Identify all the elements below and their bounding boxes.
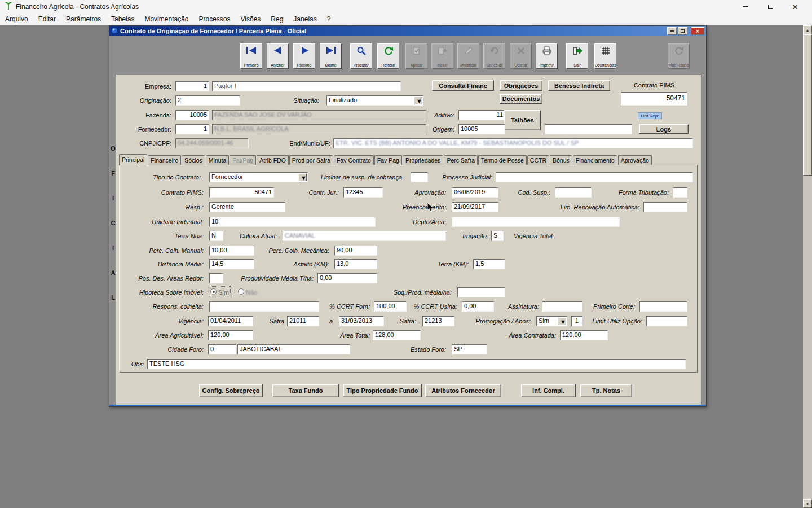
talhoes-button[interactable]: Talhões [504, 110, 541, 130]
aprovacao-field[interactable]: 06/06/2019 [452, 187, 498, 198]
contr-jur-field[interactable]: 12345 [343, 187, 383, 198]
tab-prod-por-safra[interactable]: Prod por Safra [289, 155, 333, 165]
soq-prod-media-field[interactable] [457, 287, 505, 297]
tab-principal[interactable]: Principal [119, 154, 147, 165]
depto-area-field[interactable] [452, 217, 620, 227]
prorrogacao-combo[interactable]: Sim▼ [536, 316, 567, 326]
tipo-contrato-combo[interactable]: Fornecedor▼ [209, 172, 308, 182]
toolbar-proximo-button[interactable]: Próximo [293, 43, 315, 69]
situacao-combo[interactable]: Finalizado▼ [326, 95, 423, 106]
toolbar-imprimir-button[interactable]: Imprimir [536, 43, 558, 69]
taxa-fundo-button[interactable]: Taxa Fundo [272, 384, 339, 397]
tab-financiamento[interactable]: Financiamento [573, 155, 617, 165]
hipoteca-sim-option[interactable]: Sim [209, 287, 230, 297]
fornecedor-code-field[interactable]: 1 [175, 124, 209, 134]
menu-editar[interactable]: Editar [33, 14, 61, 24]
safra1-field[interactable]: 21011 [287, 316, 319, 326]
chevron-down-icon[interactable]: ▼ [298, 173, 307, 181]
toolbar-refresh-button[interactable]: Refresh [377, 43, 399, 69]
estado-foro-field[interactable]: SP [452, 344, 487, 354]
irrigacao-field[interactable]: S [491, 231, 504, 241]
menu-reg[interactable]: Reg [266, 14, 288, 24]
pos-des-areas-field[interactable] [209, 273, 223, 283]
chevron-down-icon[interactable]: ▼ [558, 317, 566, 325]
benesse-indireta-button[interactable]: Benesse Indireta [548, 80, 610, 91]
tab-fav-pag[interactable]: Fav Pag [374, 155, 402, 165]
documentos-button[interactable]: Documentos [500, 94, 542, 104]
tab-minuta[interactable]: Minuta [206, 155, 230, 165]
hist-repr-button[interactable]: Hist Repr [638, 112, 662, 119]
tab-financeiro[interactable]: Financeiro [148, 155, 181, 165]
contract-window-titlebar[interactable]: Contrato de Originação de Fornecedor / P… [109, 26, 706, 36]
tab-fav-contrato[interactable]: Fav Contrato [334, 155, 374, 165]
toolbar-primeiro-button[interactable]: Primeiro [240, 43, 262, 69]
tab-bonus[interactable]: Bônus [550, 155, 572, 165]
originacao-field[interactable]: 2 [175, 95, 240, 106]
toolbar-ultimo-button[interactable]: Último [320, 43, 342, 69]
respons-colheita-field[interactable] [209, 301, 319, 312]
ccrt-usina-field[interactable]: 0,00 [462, 301, 494, 312]
restore-button[interactable] [758, 0, 783, 14]
processo-judicial-field[interactable] [496, 172, 693, 182]
menu-parametros[interactable]: Parâmetros [61, 14, 106, 24]
area-total-field[interactable]: 128,00 [373, 330, 421, 340]
config-sobrepreco-button[interactable]: Config. Sobrepreço [199, 384, 263, 397]
origem-field[interactable]: 10005 [458, 124, 505, 134]
ccrt-forn-field[interactable]: 100,00 [374, 301, 407, 312]
lim-renovacao-field[interactable] [643, 202, 687, 212]
cod-susp-field[interactable] [555, 187, 592, 198]
unidade-industrial-field[interactable]: 10 [209, 217, 376, 227]
liminar-field[interactable] [411, 172, 428, 182]
primeiro-corte-field[interactable] [639, 301, 687, 312]
obrigacoes-button[interactable]: Obrigações [500, 80, 542, 91]
consulta-financ-button[interactable]: Consulta Financ [432, 80, 494, 91]
logs-button[interactable]: Logs [639, 124, 689, 134]
terra-km-field[interactable]: 1,5 [473, 259, 505, 269]
preenchimento-field[interactable]: 21/09/2017 [452, 202, 498, 212]
talhoes-aux-field[interactable] [545, 124, 632, 134]
menu-processos[interactable]: Processos [194, 14, 236, 24]
toolbar-anterior-button[interactable]: Anterior [267, 43, 289, 69]
perc-colh-manual-field[interactable]: 10,00 [209, 246, 254, 256]
toolbar-ocorrencias-button[interactable]: Ocorrências [594, 43, 616, 69]
atributos-fornecedor-button[interactable]: Atributos Fornecedor [425, 384, 501, 397]
contrato-pims-field[interactable]: 50471 [209, 187, 274, 198]
perc-colh-mecanica-field[interactable]: 90,00 [334, 246, 377, 256]
tab-cctr[interactable]: CCTR [527, 155, 549, 165]
menu-tabelas[interactable]: Tabelas [106, 14, 139, 24]
tipo-propriedade-fundo-button[interactable]: Tipo Propriedade Fundo [343, 384, 422, 397]
menu-visoes[interactable]: Visões [236, 14, 266, 24]
produtividade-media-field[interactable]: 0,00 [317, 273, 377, 283]
obs-field[interactable]: TESTE HSG [147, 359, 686, 369]
tp-notas-button[interactable]: Tp. Notas [580, 384, 632, 397]
menu-arquivo[interactable]: Arquivo [0, 14, 33, 24]
close-button[interactable]: × [783, 0, 807, 14]
distancia-media-field[interactable]: 14,5 [209, 259, 254, 269]
menu-ajuda[interactable]: ? [322, 14, 336, 24]
contrato-pims-value-field[interactable]: 50471 [621, 92, 687, 106]
cidade-foro-name-field[interactable]: JABOTICABAL [237, 344, 350, 354]
end-munic-uf-field[interactable]: ETR. VIC. ETS (BB) ANTONIO A DO VALLE, K… [333, 138, 693, 148]
safra2-field[interactable]: 21213 [422, 316, 454, 326]
vigencia-fim-field[interactable]: 31/03/2013 [339, 316, 384, 326]
vertical-scrollbar[interactable]: ▲ ▼ [803, 25, 812, 508]
area-agricultavel-field[interactable]: 120,00 [208, 330, 253, 340]
area-contratada-field[interactable]: 120,00 [560, 330, 608, 340]
hipoteca-nao-option[interactable]: Não [238, 287, 257, 297]
child-close-button[interactable]: × [691, 27, 704, 35]
menu-movimentacao[interactable]: Movimentação [139, 14, 193, 24]
tab-socios[interactable]: Sócios [182, 155, 205, 165]
vigencia-inicio-field[interactable]: 01/04/2011 [208, 316, 253, 326]
fazenda-code-field[interactable]: 10005 [175, 110, 209, 120]
tab-termo-de-posse[interactable]: Termo de Posse [478, 155, 527, 165]
resp-field[interactable]: Gerente [209, 202, 285, 212]
aditivo-field[interactable]: 11 [458, 110, 505, 120]
chevron-down-icon[interactable]: ▼ [414, 97, 422, 104]
tab-propriedades[interactable]: Propriedades [403, 155, 443, 165]
inf-compl-button[interactable]: Inf. Compl. [521, 384, 576, 397]
tab-atr-fdo[interactable]: Atrib FDO [257, 155, 289, 165]
assinatura-field[interactable] [542, 301, 582, 312]
child-restore-button[interactable] [678, 27, 687, 35]
fazenda-name-field[interactable]: FAZENDA SAO JOSE DV VARJAO [212, 110, 426, 120]
cidade-foro-code-field[interactable]: 0 [208, 344, 236, 354]
